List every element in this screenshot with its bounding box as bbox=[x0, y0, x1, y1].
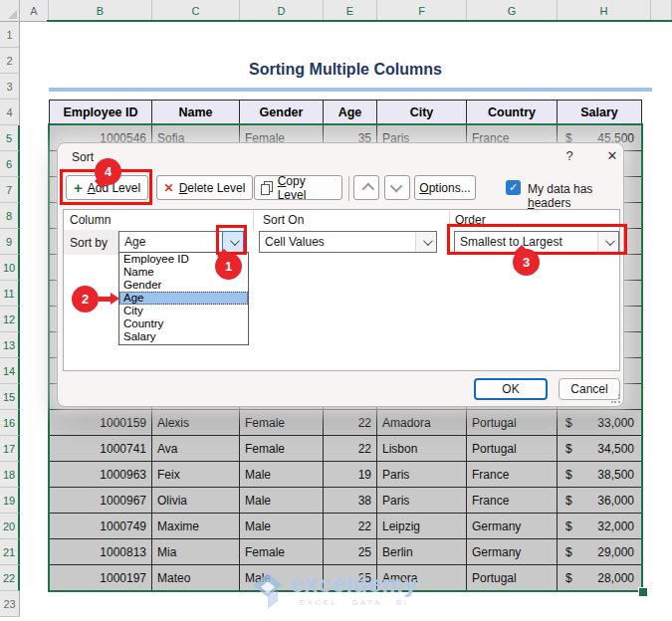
cell[interactable]: Lisbon bbox=[377, 436, 467, 462]
cell[interactable]: 22 bbox=[324, 436, 377, 462]
cell[interactable]: $38,500 bbox=[558, 462, 642, 488]
cell[interactable]: 22 bbox=[324, 410, 377, 436]
dropdown-item-gender[interactable]: Gender bbox=[119, 279, 248, 292]
cell[interactable]: Portugal bbox=[467, 436, 558, 462]
row-header-7[interactable]: 7 bbox=[0, 177, 20, 203]
column-header-F[interactable]: F bbox=[377, 0, 467, 22]
cell[interactable]: France bbox=[467, 462, 558, 488]
column-header-D[interactable]: D bbox=[240, 0, 324, 22]
table-row-17[interactable]: 1000741AvaFemale22LisbonPortugal$34,500 bbox=[49, 436, 642, 462]
cell[interactable]: Portugal bbox=[467, 410, 558, 436]
dropdown-item-age[interactable]: Age bbox=[119, 292, 248, 305]
row-header-18[interactable]: 18 bbox=[0, 462, 20, 488]
column-header-C[interactable]: C bbox=[152, 0, 240, 22]
cell[interactable]: 38 bbox=[324, 488, 377, 514]
cell[interactable]: Female bbox=[240, 539, 324, 565]
row-header-19[interactable]: 19 bbox=[0, 488, 20, 514]
dropdown-item-country[interactable]: Country bbox=[119, 317, 248, 330]
row-header-5[interactable]: 5 bbox=[0, 125, 20, 151]
sort-on-combobox[interactable]: Cell Values bbox=[259, 231, 437, 253]
column-header-E[interactable]: E bbox=[324, 0, 377, 22]
cell[interactable]: Male bbox=[240, 514, 324, 539]
cell[interactable]: $29,000 bbox=[558, 539, 642, 565]
row-header-8[interactable]: 8 bbox=[0, 203, 20, 229]
order-dropdown-arrow[interactable] bbox=[597, 232, 618, 252]
row-header-4[interactable]: 4 bbox=[0, 100, 20, 125]
selection-fill-handle[interactable] bbox=[638, 587, 648, 597]
move-up-button[interactable] bbox=[353, 175, 379, 200]
row-header-3[interactable]: 3 bbox=[0, 74, 20, 100]
row-header-9[interactable]: 9 bbox=[0, 229, 20, 255]
cell[interactable]: Portugal bbox=[467, 565, 558, 591]
cell[interactable]: 1000197 bbox=[49, 565, 152, 591]
cell[interactable]: 1000813 bbox=[49, 539, 152, 565]
cell[interactable]: Male bbox=[240, 488, 324, 514]
cell[interactable]: 1000963 bbox=[49, 462, 152, 488]
cell[interactable]: Paris bbox=[377, 462, 467, 488]
cell[interactable]: 22 bbox=[324, 514, 377, 539]
table-row-16[interactable]: 1000159AlexisFemale22AmadoraPortugal$33,… bbox=[49, 410, 642, 436]
row-header-15[interactable]: 15 bbox=[0, 384, 20, 410]
row-header-14[interactable]: 14 bbox=[0, 358, 20, 384]
cell[interactable]: Germany bbox=[467, 539, 558, 565]
cell[interactable]: $34,500 bbox=[558, 436, 642, 462]
cell[interactable]: Berlin bbox=[377, 539, 467, 565]
row-header-12[interactable]: 12 bbox=[0, 307, 20, 332]
cell[interactable]: 25 bbox=[324, 539, 377, 565]
cell[interactable]: Alexis bbox=[152, 410, 240, 436]
cell[interactable]: $32,000 bbox=[558, 514, 642, 539]
row-header-20[interactable]: 20 bbox=[0, 514, 20, 539]
cell[interactable]: Paris bbox=[377, 488, 467, 514]
cell[interactable]: France bbox=[467, 488, 558, 514]
row-header-16[interactable]: 16 bbox=[0, 410, 20, 436]
cell[interactable]: Leipzig bbox=[377, 514, 467, 539]
row-header-22[interactable]: 22 bbox=[0, 565, 20, 591]
column-header-H[interactable]: H bbox=[558, 0, 651, 22]
cell[interactable]: Female bbox=[240, 436, 324, 462]
cell[interactable]: Mateo bbox=[152, 565, 240, 591]
move-down-button[interactable] bbox=[384, 175, 410, 200]
row-header-13[interactable]: 13 bbox=[0, 332, 20, 358]
cell[interactable]: Female bbox=[240, 410, 324, 436]
row-header-1[interactable]: 1 bbox=[0, 22, 20, 48]
cell[interactable]: Feix bbox=[152, 462, 240, 488]
my-data-has-headers-label[interactable]: My data has headers bbox=[528, 182, 623, 210]
dropdown-item-salary[interactable]: Salary bbox=[119, 330, 248, 343]
column-header-G[interactable]: G bbox=[467, 0, 558, 22]
cell[interactable]: $36,000 bbox=[558, 488, 642, 514]
my-data-has-headers-checkbox[interactable]: ✓ bbox=[506, 180, 521, 195]
cell[interactable]: Mia bbox=[152, 539, 240, 565]
cell[interactable]: $28,000 bbox=[558, 565, 642, 591]
row-header-2[interactable]: 2 bbox=[0, 48, 20, 74]
column-header-B[interactable]: B bbox=[49, 0, 152, 22]
table-row-21[interactable]: 1000813MiaFemale25BerlinGermany$29,000 bbox=[49, 539, 642, 565]
row-header-10[interactable]: 10 bbox=[0, 255, 20, 281]
column-header-partial[interactable] bbox=[651, 0, 672, 22]
sort-by-column-combobox[interactable]: Age bbox=[118, 231, 245, 253]
select-all-corner[interactable] bbox=[0, 0, 20, 22]
table-row-18[interactable]: 1000963FeixMale19ParisFrance$38,500 bbox=[49, 462, 642, 488]
cell[interactable]: Germany bbox=[467, 514, 558, 539]
cell[interactable]: $33,000 bbox=[558, 410, 642, 436]
cell[interactable]: 1000749 bbox=[49, 514, 152, 539]
row-header-11[interactable]: 11 bbox=[0, 281, 20, 307]
column-header-A[interactable]: A bbox=[20, 0, 49, 22]
close-icon[interactable]: ✕ bbox=[603, 148, 621, 163]
resize-grip[interactable] bbox=[611, 394, 620, 403]
cell[interactable]: 1000967 bbox=[49, 488, 152, 514]
table-row-19[interactable]: 1000967OliviaMale38ParisFrance$36,000 bbox=[49, 488, 642, 514]
order-combobox[interactable]: Smallest to Largest bbox=[454, 231, 619, 253]
copy-level-button[interactable]: Copy Level bbox=[254, 175, 342, 200]
dropdown-item-city[interactable]: City bbox=[119, 305, 248, 317]
cell[interactable]: Amadora bbox=[377, 410, 467, 436]
ok-button[interactable]: OK bbox=[474, 378, 548, 400]
help-icon[interactable]: ? bbox=[560, 148, 578, 163]
row-header-23[interactable]: 23 bbox=[0, 591, 20, 617]
sort-on-dropdown-arrow[interactable] bbox=[415, 232, 436, 252]
options-button[interactable]: Options... bbox=[414, 175, 476, 200]
row-header-17[interactable]: 17 bbox=[0, 436, 20, 462]
cell[interactable]: 19 bbox=[324, 462, 377, 488]
row-header-6[interactable]: 6 bbox=[0, 151, 20, 177]
cell[interactable]: 1000741 bbox=[49, 436, 152, 462]
table-row-20[interactable]: 1000749MaximeMale22LeipzigGermany$32,000 bbox=[49, 514, 642, 539]
